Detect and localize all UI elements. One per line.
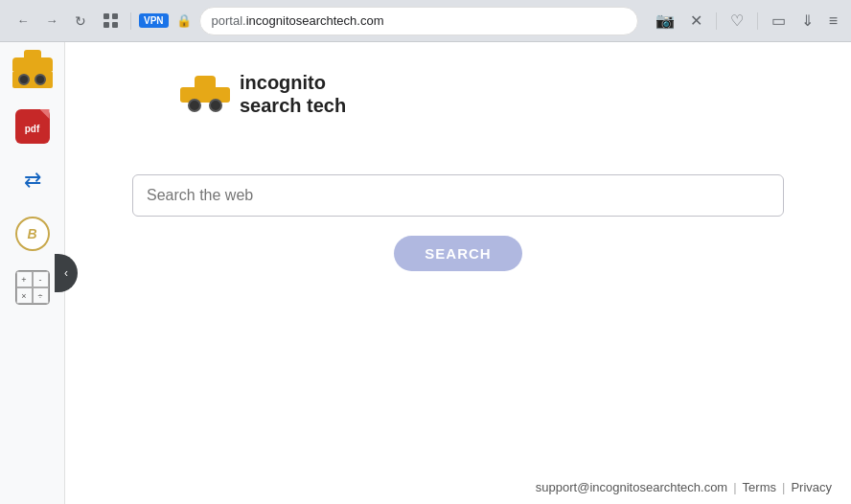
sidebar-item-incognito-logo[interactable] bbox=[13, 54, 52, 92]
divider-1 bbox=[716, 12, 717, 30]
address-text: portal.incognitosearchtech.com bbox=[212, 13, 384, 28]
heart-icon[interactable]: ♡ bbox=[728, 10, 746, 32]
support-email-link[interactable]: support@incognitosearchtech.com bbox=[536, 480, 727, 494]
refresh-button[interactable]: ↻ bbox=[69, 10, 92, 33]
search-input[interactable] bbox=[147, 187, 770, 204]
nav-buttons: ← → ↻ bbox=[12, 10, 92, 33]
hat-wheels bbox=[180, 99, 230, 112]
grid-cell-1: + bbox=[16, 271, 33, 287]
footer: support@incognitosearchtech.com | Terms … bbox=[536, 480, 832, 494]
wheel-left bbox=[18, 74, 30, 85]
logo-graphic-large bbox=[180, 76, 230, 112]
grid-cell-3: × bbox=[16, 287, 33, 304]
wheel-right bbox=[34, 74, 46, 85]
logo-text-line1: incognito bbox=[240, 71, 346, 94]
logo-text-line2: search tech bbox=[240, 94, 346, 117]
pdf-label: pdf bbox=[25, 124, 40, 134]
menu-icon[interactable]: ≡ bbox=[827, 11, 840, 32]
logo-text-block: incognito search tech bbox=[240, 71, 346, 117]
terms-link[interactable]: Terms bbox=[743, 480, 776, 494]
hat-top bbox=[12, 57, 53, 71]
arrows-icon: ⇄ bbox=[24, 168, 41, 193]
pdf-icon: pdf bbox=[15, 109, 50, 144]
content-area: incognito search tech SEARCH support@inc… bbox=[65, 42, 851, 504]
browser-chrome: ← → ↻ VPN 🔒 portal.incognitosearchtech.c… bbox=[0, 0, 851, 42]
main-layout: pdf ⇄ ‹ B + - × ÷ bbox=[0, 42, 851, 504]
download-icon[interactable]: ⇓ bbox=[799, 10, 816, 32]
wheel-right-large bbox=[209, 99, 222, 112]
logo-area: incognito search tech bbox=[180, 71, 346, 117]
hat-body bbox=[12, 71, 53, 88]
search-input-container bbox=[132, 174, 784, 217]
vpn-badge: VPN bbox=[139, 13, 169, 28]
address-bar[interactable]: portal.incognitosearchtech.com bbox=[199, 7, 638, 35]
toolbar-icons: 📷 ✕ ♡ ▭ ⇓ ≡ bbox=[654, 10, 840, 32]
incognito-hat-graphic bbox=[12, 57, 53, 88]
sidebar: pdf ⇄ ‹ B + - × ÷ bbox=[0, 42, 65, 504]
btc-letter: B bbox=[27, 226, 36, 241]
grid-calc-icon: + - × ÷ bbox=[15, 270, 50, 305]
sidebar-item-bitcoin[interactable]: B bbox=[13, 215, 52, 253]
sidebar-item-pdf[interactable]: pdf bbox=[13, 107, 52, 146]
close-circle-icon[interactable]: ✕ bbox=[688, 10, 704, 32]
divider-2 bbox=[757, 12, 758, 30]
grid-cell-2: - bbox=[33, 271, 49, 287]
url-prefix: portal. bbox=[212, 13, 246, 28]
search-button[interactable]: SEARCH bbox=[394, 236, 521, 271]
share-icon[interactable]: ▭ bbox=[770, 10, 788, 32]
camera-icon[interactable]: 📷 bbox=[654, 10, 677, 32]
hat-container bbox=[180, 76, 230, 112]
bitcoin-icon: B bbox=[15, 217, 50, 251]
divider-apps bbox=[130, 12, 131, 30]
search-area: SEARCH bbox=[65, 174, 851, 271]
lock-icon: 🔒 bbox=[176, 13, 192, 28]
hat-top-brim bbox=[195, 76, 216, 87]
back-button[interactable]: ← bbox=[12, 10, 34, 33]
url-domain: incognitosearchtech.com bbox=[246, 13, 384, 28]
sidebar-item-arrows[interactable]: ⇄ bbox=[13, 161, 52, 199]
apps-grid bbox=[104, 13, 119, 29]
grid-cell-4: ÷ bbox=[33, 287, 49, 304]
privacy-link[interactable]: Privacy bbox=[791, 480, 832, 494]
wheel-left-large bbox=[188, 99, 201, 112]
collapse-chevron-icon: ‹ bbox=[64, 266, 68, 280]
apps-icon[interactable] bbox=[104, 13, 119, 29]
sidebar-item-grid-calc[interactable]: + - × ÷ bbox=[13, 268, 52, 307]
forward-button[interactable]: → bbox=[40, 10, 63, 33]
footer-divider-1: | bbox=[733, 480, 736, 494]
footer-divider-2: | bbox=[782, 480, 785, 494]
